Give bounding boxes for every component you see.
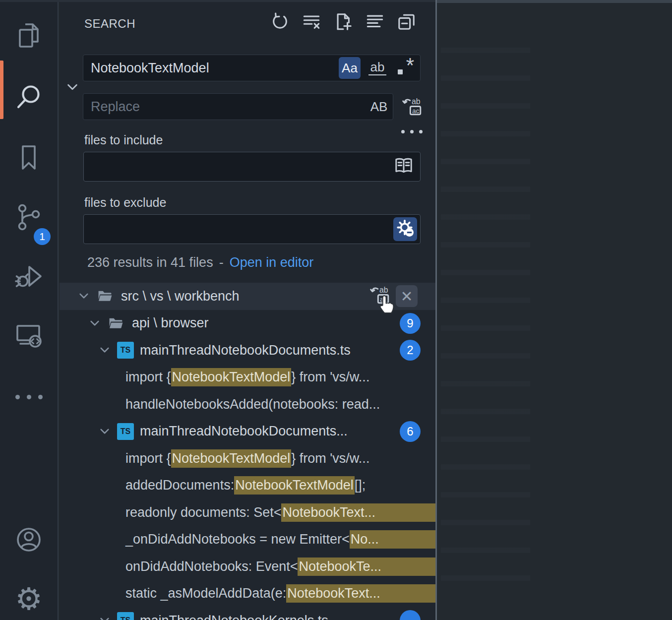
book-icon [393,155,414,178]
activity-item-run-debug[interactable] [0,253,58,301]
tree-row-match[interactable]: _onDidAddNotebooks = new Emitter<No... [60,526,435,554]
match-highlight: NotebookTe... [298,558,435,576]
activity-item-search[interactable] [0,73,58,121]
tree-row-match[interactable]: handleNotebooksAdded(notebooks: read... [60,391,435,418]
replace-all-button[interactable]: ab ac [401,96,424,119]
activity-item-remote-explorer[interactable] [0,311,58,359]
panel-toolbar [270,13,417,33]
files-to-exclude-input[interactable] [84,222,393,237]
activity-item-accounts[interactable] [0,516,58,563]
match-highlight: NotebookText... [286,584,435,603]
results-tree: src \ vs \ workbench ab a ✕ [60,283,435,620]
match-before: onDidAddNotebooks: Event< [125,559,298,574]
svg-text:ab: ab [379,286,388,294]
svg-text:a: a [380,295,384,303]
tree-row-file-partial[interactable]: TS mainThreadNotebookKernels.ts [60,607,435,620]
search-panel: SEARCH [60,2,435,620]
chevron-down-icon[interactable] [98,425,111,438]
tree-row-folder-workbench[interactable]: src \ vs \ workbench ab a ✕ [60,283,435,310]
search-input[interactable] [83,61,339,76]
svg-text:ab: ab [412,97,421,106]
toggle-replace-button[interactable] [63,79,81,97]
tree-row-file[interactable]: TS mainThreadNotebookDocuments... 6 [60,418,435,445]
ellipsis-icon [15,395,43,399]
svg-text:ac: ac [412,107,420,115]
activity-item-source-control[interactable]: 1 [0,193,58,241]
match-before: static _asModelAddData(e: [125,586,286,601]
debug-icon [13,261,45,293]
activity-item-more[interactable] [0,373,58,421]
whole-word-icon: ab [368,61,387,75]
match-before: import { [125,370,171,385]
match-before: readonly documents: Set< [125,505,281,520]
new-search-editor-icon [334,12,353,33]
replace-all-icon: ab a [369,284,390,309]
toggle-search-details-button[interactable] [399,128,425,135]
editor-ghost-content [441,48,530,603]
match-after: } from 'vs/w... [291,370,369,385]
open-new-search-editor-button[interactable] [333,13,353,33]
results-summary: 236 results in 41 files - Open in editor [87,255,313,270]
match-highlight: No... [350,530,435,549]
tree-row-match[interactable]: import { NotebookTextModel } from 'vs/w.… [60,445,435,472]
tree-row-match[interactable]: static _asModelAddData(e: NotebookText..… [60,580,435,608]
typescript-file-icon: TS [117,612,134,620]
match-after: } from 'vs/w... [291,451,369,466]
typescript-file-icon: TS [117,342,134,359]
match-text: handleNotebooksAdded(notebooks: read... [125,397,380,412]
clear-search-results-button[interactable] [302,13,321,33]
match-case-toggle[interactable]: Aa [339,57,361,79]
bookmark-icon [13,142,45,174]
file-label: mainThreadNotebookDocuments.ts [140,343,351,358]
clear-results-icon [302,12,321,33]
regex-icon: * [406,54,414,77]
tree-row-match[interactable]: addedDocuments: NotebookTextModel[]; [60,472,435,499]
replace-all-in-folder-button[interactable]: ab a [369,285,391,307]
chevron-down-icon[interactable] [77,290,90,303]
search-open-editors-button[interactable] [393,155,414,178]
match-highlight: NotebookTextModel [171,449,292,468]
chevron-down-icon[interactable] [98,614,111,620]
refresh-button[interactable] [270,13,290,33]
tree-row-match[interactable]: readonly documents: Set<NotebookText... [60,499,435,526]
replace-all-icon: ab ac [402,96,423,119]
files-to-exclude-box [83,214,421,244]
scm-badge: 1 [34,228,51,245]
match-highlight: NotebookTextModel [234,476,355,495]
tree-row-match[interactable]: onDidAddNotebooks: Event<NotebookTe... [60,553,435,580]
files-to-include-box [83,152,421,182]
panel-title: SEARCH [84,17,135,31]
match-count-badge [400,610,421,620]
preserve-case-toggle[interactable]: AB [368,96,390,118]
activity-item-settings[interactable]: ⚙ [0,575,58,620]
view-as-tree-button[interactable] [365,13,385,33]
files-to-include-label: files to include [84,133,163,147]
activity-bar: 1 ⚙ [0,2,59,620]
tree-row-match[interactable]: import { NotebookTextModel } from 'vs/w.… [60,364,435,391]
sidebar-resize-sash[interactable] [435,0,437,620]
folder-label: src \ vs \ workbench [121,289,240,304]
tree-row-file[interactable]: TS mainThreadNotebookDocuments.ts 2 [60,337,435,364]
collapse-all-icon [397,12,416,33]
tree-row-folder-api-browser[interactable]: api \ browser 9 [60,310,435,337]
whole-word-toggle[interactable]: ab [367,57,388,79]
replace-input[interactable] [83,99,368,115]
files-to-include-input[interactable] [84,159,393,175]
folder-icon [96,288,115,305]
regex-toggle[interactable]: * [394,57,416,79]
match-highlight: NotebookText... [281,503,435,522]
match-before: import { [125,451,171,466]
chevron-down-icon[interactable] [88,317,101,330]
activity-bar-border [58,2,59,620]
use-exclude-settings-toggle[interactable] [393,217,417,241]
open-in-editor-link[interactable]: Open in editor [230,255,314,270]
dismiss-button[interactable]: ✕ [396,285,418,307]
match-highlight: NotebookTextModel [171,368,292,386]
close-icon: ✕ [400,288,413,305]
folder-icon [107,315,126,332]
activity-item-bookmarks[interactable] [0,134,58,182]
activity-item-explorer[interactable] [0,12,58,60]
file-label: mainThreadNotebookKernels.ts [140,613,328,620]
chevron-down-icon[interactable] [98,344,111,357]
collapse-all-button[interactable] [397,13,417,33]
